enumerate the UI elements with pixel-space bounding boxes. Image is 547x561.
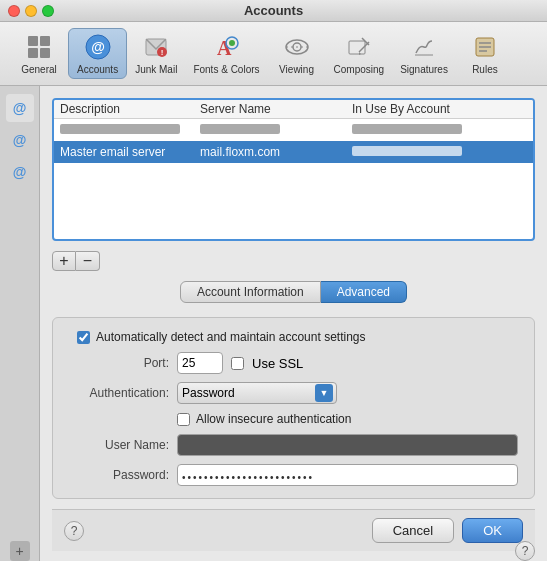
composing-icon [343,31,375,63]
table-row[interactable] [54,119,533,141]
main-area: @ @ @ + Description Server Name In Use B… [0,86,547,561]
window-title: Accounts [244,3,303,18]
toolbar-label-signatures: Signatures [400,64,448,76]
row2-description: Master email server [60,145,200,159]
toolbar: General @ Accounts ! Junk Mail A [0,22,547,86]
username-row: User Name: [69,434,518,456]
password-input[interactable]: •••••••••••••••••••••••• [177,464,518,486]
port-row: Port: Use SSL [69,352,518,374]
port-input[interactable] [177,352,223,374]
auth-row: Authentication: Password None MD5 Challe… [69,382,518,404]
toolbar-label-fonts-colors: Fonts & Colors [193,64,259,76]
junk-mail-icon: ! [140,31,172,63]
allow-insecure-row: Allow insecure authentication [69,412,518,426]
svg-rect-0 [28,36,38,46]
row1-description [60,123,200,137]
sidebar-account-1[interactable]: @ [6,94,34,122]
password-row: Password: •••••••••••••••••••••••• [69,464,518,486]
header-description: Description [60,102,200,116]
auth-label: Authentication: [69,386,169,400]
toolbar-label-general: General [21,64,57,76]
server-list: Description Server Name In Use By Accoun… [52,98,535,241]
remove-server-button[interactable]: − [76,251,100,271]
allow-insecure-label: Allow insecure authentication [196,412,351,426]
add-server-button[interactable]: + [52,251,76,271]
auto-detect-checkbox[interactable] [77,331,90,344]
server-rows: Master email server mail.floxm.com [54,119,533,239]
toolbar-label-rules: Rules [472,64,498,76]
list-controls: + − [52,251,535,271]
tab-account-information[interactable]: Account Information [180,281,321,303]
close-button[interactable] [8,5,20,17]
port-label: Port: [69,356,169,370]
username-input-redacted[interactable] [177,434,518,456]
use-ssl-label: Use SSL [252,356,303,371]
row1-server [200,123,352,137]
ok-button[interactable]: OK [462,518,523,543]
sidebar-add-button[interactable]: + [10,541,30,561]
svg-text:!: ! [161,48,164,57]
sidebar: @ @ @ + [0,86,40,561]
toolbar-item-general[interactable]: General [10,29,68,78]
auto-detect-row: Automatically detect and maintain accoun… [69,330,518,344]
maximize-button[interactable] [42,5,54,17]
toolbar-label-viewing: Viewing [279,64,314,76]
accounts-icon: @ [82,31,114,63]
redacted-inuse-1 [352,124,462,134]
svg-rect-3 [40,48,50,58]
row1-inuse [352,123,527,137]
tab-bar: Account Information Advanced [52,281,535,303]
cancel-button[interactable]: Cancel [372,518,454,543]
allow-insecure-checkbox[interactable] [177,413,190,426]
toolbar-label-composing: Composing [334,64,385,76]
general-icon [23,31,55,63]
auth-select[interactable]: Password None MD5 Challenge-Response NTL… [177,382,337,404]
signatures-icon [408,31,440,63]
sidebar-account-2[interactable]: @ [6,126,34,154]
action-buttons: Cancel OK [372,518,523,543]
toolbar-item-composing[interactable]: Composing [326,29,393,78]
row2-server: mail.floxm.com [200,145,352,159]
rules-icon [469,31,501,63]
redacted-server-1 [200,124,280,134]
toolbar-item-viewing[interactable]: Viewing [268,29,326,78]
help-button[interactable]: ? [64,521,84,541]
auto-detect-label: Automatically detect and maintain accoun… [96,330,365,344]
toolbar-item-signatures[interactable]: Signatures [392,29,456,78]
auth-select-wrapper: Password None MD5 Challenge-Response NTL… [177,382,337,404]
toolbar-item-accounts[interactable]: @ Accounts [68,28,127,79]
toolbar-item-fonts-colors[interactable]: A Fonts & Colors [185,29,267,78]
viewing-icon [281,31,313,63]
table-row[interactable]: Master email server mail.floxm.com [54,141,533,163]
svg-point-11 [229,40,235,46]
global-help-button[interactable]: ? [515,541,535,561]
bottom-bar: ? Cancel OK [52,509,535,551]
use-ssl-checkbox[interactable] [231,357,244,370]
window-controls [8,5,54,17]
password-label: Password: [69,468,169,482]
username-label: User Name: [69,438,169,452]
sidebar-account-3[interactable]: @ [6,158,34,186]
svg-rect-1 [40,36,50,46]
toolbar-item-junk-mail[interactable]: ! Junk Mail [127,29,185,78]
toolbar-label-junk-mail: Junk Mail [135,64,177,76]
redacted-inuse-2 [352,146,462,156]
settings-panel: Automatically detect and maintain accoun… [52,317,535,499]
svg-text:@: @ [91,39,105,55]
redacted-description-1 [60,124,180,134]
header-in-use: In Use By Account [352,102,527,116]
content-panel: Description Server Name In Use By Accoun… [40,86,547,561]
svg-rect-2 [28,48,38,58]
minimize-button[interactable] [25,5,37,17]
tab-advanced[interactable]: Advanced [321,281,407,303]
row2-inuse [352,145,527,159]
title-bar: Accounts [0,0,547,22]
header-server-name: Server Name [200,102,352,116]
toolbar-item-rules[interactable]: Rules [456,29,514,78]
toolbar-label-accounts: Accounts [77,64,118,76]
fonts-colors-icon: A [210,31,242,63]
server-list-header: Description Server Name In Use By Accoun… [54,100,533,119]
